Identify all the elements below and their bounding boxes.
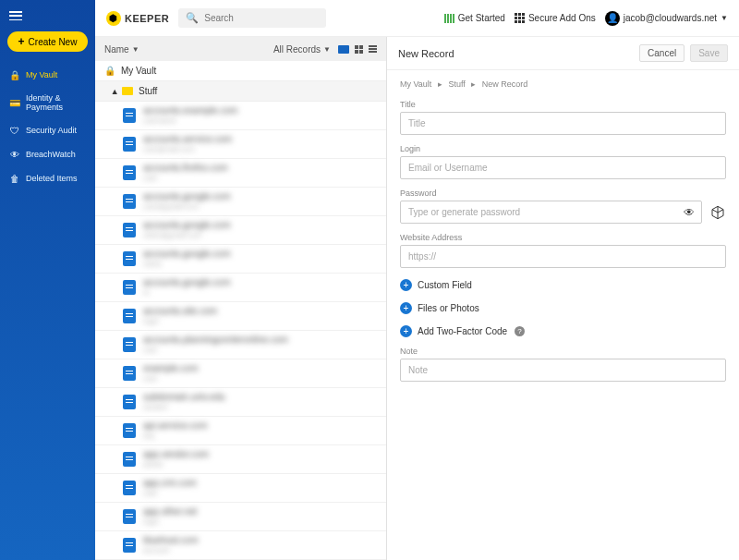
record-row[interactable]: accounts.google.comother@gmail.com [95,216,386,245]
list-view-icon[interactable] [369,45,377,53]
menu-toggle[interactable] [0,7,95,24]
sidebar-item-security[interactable]: 🛡 Security Audit [0,118,95,142]
add-files-photos[interactable]: + Files or Photos [400,302,726,314]
record-icon [123,423,136,438]
content: Name ▼ All Records ▼ [95,37,739,560]
name-sort[interactable]: Name ▼ [104,44,139,55]
add-two-factor[interactable]: + Add Two-Factor Code ? [400,325,726,337]
search-input[interactable] [204,13,319,23]
record-subtitle: id [143,288,231,298]
generate-password-button[interactable] [709,204,726,221]
record-row[interactable]: subdomain.univ.edustudent [95,388,386,417]
custom-field-label: Custom Field [418,280,472,290]
user-email-label: jacob@cloudwards.net [624,13,717,23]
record-title: accounts.google.com [143,249,231,260]
record-row[interactable]: accounts.google.comid [95,274,386,302]
record-row[interactable]: app.vendor.comadmin [95,445,386,474]
record-icon [123,395,136,409]
record-title: accounts.planningcenteronline.com [143,335,288,346]
record-subtitle: account [143,546,198,555]
folder-row[interactable]: ▶ Stuff [95,81,386,102]
list-header: Name ▼ All Records ▼ [95,37,386,61]
record-title: api.service.com [143,420,207,432]
filter-dropdown[interactable]: All Records ▼ [273,44,331,55]
record-row[interactable]: accounts.site.comlogin [95,302,386,331]
vault-root-label: My Vault [121,66,156,76]
sidebar: + Create New 🔒 My Vault 💳 Identity & Pay… [0,0,95,560]
note-input[interactable] [400,359,726,382]
two-factor-label: Add Two-Factor Code [418,326,507,336]
record-subtitle: key [143,432,207,441]
filter-label: All Records [273,44,321,55]
eye-icon: 👁 [9,149,20,160]
record-row[interactable]: accounts.planningcenteronline.comuser [95,331,386,359]
record-row[interactable]: app.other.netlogin [95,503,386,531]
record-title: app.other.net [143,506,197,517]
record-icon [123,280,136,295]
password-field-label: Password [400,189,726,198]
main: ⬢ KEEPER 🔍 Get Started Secure Add Ons 👤 … [95,0,739,560]
login-field-label: Login [400,144,726,153]
add-custom-field[interactable]: + Custom Field [400,279,726,291]
sidebar-item-deleted[interactable]: 🗑 Deleted Items [0,166,95,190]
hamburger-icon [9,11,22,20]
record-subtitle: user@gmail.com [143,202,231,212]
sidebar-item-my-vault[interactable]: 🔒 My Vault [0,63,95,87]
record-subtitle: user [143,174,228,183]
record-title: accounts.google.com [143,191,231,202]
list-pane: Name ▼ All Records ▼ [95,37,387,560]
chevron-down-icon: ▼ [721,14,728,22]
secure-addons-link[interactable]: Secure Add Ons [515,13,596,23]
detail-title: New Record [398,48,454,59]
name-col-label: Name [104,44,129,55]
record-title: accounts.example.com [143,105,237,116]
sidebar-item-label: My Vault [26,70,57,79]
logo[interactable]: ⬢ KEEPER [106,11,169,26]
sidebar-item-breachwatch[interactable]: 👁 BreachWatch [0,142,95,166]
record-row[interactable]: app.crm.comuser [95,474,386,503]
title-input[interactable] [400,112,726,135]
record-row[interactable]: bluehost.comaccount [95,531,386,560]
record-row[interactable]: example.comuser [95,359,386,388]
grid-view-icon[interactable] [355,45,363,54]
record-row[interactable]: accounts.google.comname [95,245,386,274]
detail-pane: New Record Cancel Save My Vault ▸ Stuff … [387,37,739,560]
record-title: bluehost.com [143,535,198,546]
bc-folder[interactable]: Stuff [448,79,465,89]
chevron-down-icon: ▼ [132,45,139,54]
records-list[interactable]: accounts.example.comusernameaccounts.ser… [95,102,386,560]
login-input[interactable] [400,156,726,179]
eye-icon[interactable]: 👁 [684,206,695,219]
help-icon[interactable]: ? [515,326,525,336]
save-button[interactable]: Save [690,44,728,62]
cancel-button[interactable]: Cancel [639,44,684,62]
password-input[interactable] [400,201,702,224]
record-row[interactable]: accounts.service.comuser@mail.com [95,130,386,159]
sidebar-item-identity[interactable]: 💳 Identity & Payments [0,87,95,118]
sidebar-item-label: Deleted Items [26,174,78,183]
website-input[interactable] [400,245,726,268]
sidebar-item-label: Identity & Payments [26,93,86,112]
folder-view-icon[interactable] [338,45,349,54]
detail-header: New Record Cancel Save [387,37,739,70]
record-icon [123,337,136,352]
title-field-label: Title [400,100,726,109]
record-subtitle: user@mail.com [143,145,232,154]
folder-label: Stuff [139,86,157,96]
chevron-right-icon: ▸ [438,79,442,89]
get-started-link[interactable]: Get Started [444,13,505,23]
plus-circle-icon: + [400,302,412,314]
record-subtitle: username [143,116,237,126]
chevron-right-icon: ▸ [471,79,476,89]
card-icon: 💳 [9,97,20,108]
record-row[interactable]: accounts.google.comuser@gmail.com [95,188,386,216]
record-row[interactable]: api.service.comkey [95,417,386,445]
record-row[interactable]: accounts.example.comusername [95,102,386,130]
bc-vault[interactable]: My Vault [400,79,431,89]
record-title: accounts.firefox.com [143,163,228,174]
vault-root-row[interactable]: 🔒 My Vault [95,61,386,81]
search-box[interactable]: 🔍 [178,8,326,28]
user-menu[interactable]: 👤 jacob@cloudwards.net ▼ [605,11,728,26]
create-new-button[interactable]: + Create New [7,31,88,52]
record-row[interactable]: accounts.firefox.comuser [95,159,386,188]
